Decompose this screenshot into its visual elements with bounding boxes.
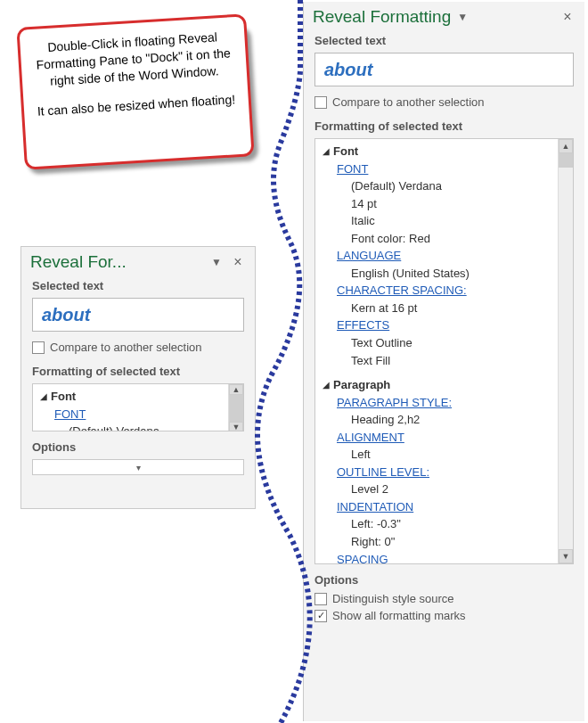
formatting-tree: ◢Font FONT (Default) Verdana 14 pt Itali… bbox=[314, 138, 574, 564]
scroll-down-icon[interactable]: ▼ bbox=[559, 549, 573, 563]
callout-note: Double-Click in floating Reveal Formatti… bbox=[16, 13, 254, 169]
scrollbar[interactable]: ▲ ▼ bbox=[228, 384, 243, 431]
alignment-link[interactable]: ALIGNMENT bbox=[337, 430, 404, 446]
formatting-label: Formatting of selected text bbox=[304, 116, 584, 136]
pane-menu-chevron-icon[interactable]: ▼ bbox=[454, 9, 470, 25]
font-color: Font color: Red bbox=[321, 230, 558, 248]
para-style-value: Heading 2,h2 bbox=[321, 411, 558, 429]
indent-left: Left: -0.3" bbox=[321, 515, 558, 533]
scroll-down-icon[interactable]: ▼ bbox=[229, 422, 243, 431]
callout-line2: It can also be resized when floating! bbox=[37, 91, 237, 120]
paragraph-group: Paragraph bbox=[333, 377, 390, 393]
language-value: English (United States) bbox=[321, 265, 558, 283]
spacing-link[interactable]: SPACING bbox=[337, 552, 388, 563]
para-style-link[interactable]: PARAGRAPH STYLE: bbox=[337, 395, 452, 411]
selected-word: about bbox=[324, 60, 372, 80]
selected-text-box: about bbox=[32, 298, 244, 332]
docked-pane: Reveal Formatting ▼ × Selected text abou… bbox=[303, 2, 584, 721]
font-family: (Default) Verdana bbox=[321, 177, 558, 195]
close-icon[interactable]: × bbox=[230, 254, 246, 270]
expand-icon[interactable]: ◢ bbox=[323, 379, 333, 391]
compare-label: Compare to another selection bbox=[332, 95, 485, 109]
options-label: Options bbox=[304, 570, 584, 590]
distinguish-checkbox[interactable] bbox=[314, 593, 327, 605]
formatting-tree: ◢Font FONT (Default) Verdana 14 pt ▲ ▼ bbox=[32, 383, 244, 431]
font-size: 14 pt bbox=[321, 195, 558, 213]
callout-line1: Double-Click in floating Reveal Formatti… bbox=[32, 28, 234, 90]
floating-pane: Reveal For... ▼ × Selected text about Co… bbox=[20, 246, 256, 509]
font-style: Italic bbox=[321, 212, 558, 230]
language-link[interactable]: LANGUAGE bbox=[337, 248, 401, 264]
pane-title: Reveal Formatting bbox=[313, 7, 451, 27]
distinguish-label: Distinguish style source bbox=[332, 592, 454, 605]
pane-menu-chevron-icon[interactable]: ▼ bbox=[208, 254, 225, 270]
compare-label: Compare to another selection bbox=[50, 341, 202, 354]
options-label: Options bbox=[21, 437, 255, 457]
selected-text-label: Selected text bbox=[304, 30, 584, 51]
scroll-thumb[interactable] bbox=[229, 395, 243, 422]
selected-word: about bbox=[42, 305, 90, 325]
effect-outline: Text Outline bbox=[321, 334, 558, 352]
font-value: (Default) Verdana bbox=[38, 423, 228, 431]
effect-fill: Text Fill bbox=[321, 352, 558, 370]
indent-right: Right: 0" bbox=[321, 533, 558, 551]
outline-level-link[interactable]: OUTLINE LEVEL: bbox=[337, 464, 429, 481]
char-spacing-value: Kern at 16 pt bbox=[321, 300, 558, 317]
effects-link[interactable]: EFFECTS bbox=[337, 317, 389, 333]
scroll-up-icon[interactable]: ▲ bbox=[229, 384, 243, 395]
outline-level-value: Level 2 bbox=[321, 481, 558, 498]
expand-icon[interactable]: ◢ bbox=[323, 145, 333, 158]
show-marks-checkbox[interactable] bbox=[314, 610, 327, 622]
close-icon[interactable]: × bbox=[559, 9, 576, 25]
show-marks-label: Show all formatting marks bbox=[332, 609, 466, 622]
char-spacing-link[interactable]: CHARACTER SPACING: bbox=[337, 283, 467, 299]
font-group: Font bbox=[51, 389, 76, 405]
alignment-value: Left bbox=[321, 446, 558, 464]
scrollbar[interactable]: ▲ ▼ bbox=[558, 139, 573, 563]
options-expand[interactable]: ▾ bbox=[32, 459, 244, 475]
expand-icon[interactable]: ◢ bbox=[40, 390, 51, 403]
font-group: Font bbox=[333, 144, 358, 160]
font-link[interactable]: FONT bbox=[54, 407, 86, 423]
pane-title: Reveal For... bbox=[30, 252, 127, 272]
selected-text-label: Selected text bbox=[21, 275, 255, 296]
compare-checkbox[interactable] bbox=[314, 96, 327, 109]
font-link[interactable]: FONT bbox=[337, 161, 368, 177]
formatting-label: Formatting of selected text bbox=[21, 361, 255, 382]
compare-checkbox[interactable] bbox=[32, 341, 45, 354]
scroll-thumb[interactable] bbox=[559, 153, 573, 168]
selected-text-box: about bbox=[314, 53, 574, 86]
scroll-up-icon[interactable]: ▲ bbox=[559, 139, 573, 153]
indentation-link[interactable]: INDENTATION bbox=[337, 499, 413, 515]
